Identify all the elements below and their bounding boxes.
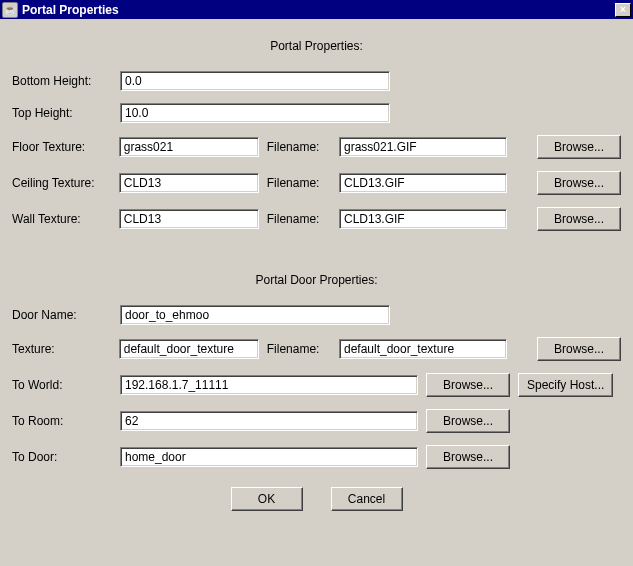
titlebar: ☕ Portal Properties × — [0, 0, 633, 19]
to-door-input[interactable] — [120, 447, 418, 467]
window-title: Portal Properties — [22, 3, 615, 17]
portal-door-properties-heading: Portal Door Properties: — [12, 273, 621, 287]
ceiling-texture-label: Ceiling Texture: — [12, 176, 111, 190]
browse-door-button[interactable]: Browse... — [426, 445, 510, 469]
wall-texture-label: Wall Texture: — [12, 212, 111, 226]
door-filename-label: Filename: — [267, 342, 331, 356]
to-world-input[interactable] — [120, 375, 418, 395]
door-name-input[interactable] — [120, 305, 390, 325]
door-texture-input[interactable] — [119, 339, 259, 359]
to-room-label: To Room: — [12, 414, 112, 428]
browse-ceiling-button[interactable]: Browse... — [537, 171, 621, 195]
browse-door-texture-button[interactable]: Browse... — [537, 337, 621, 361]
ceiling-texture-input[interactable] — [119, 173, 259, 193]
browse-room-button[interactable]: Browse... — [426, 409, 510, 433]
wall-texture-input[interactable] — [119, 209, 259, 229]
floor-texture-input[interactable] — [119, 137, 259, 157]
java-icon: ☕ — [2, 2, 18, 18]
top-height-input[interactable] — [120, 103, 390, 123]
wall-filename-input[interactable] — [339, 209, 507, 229]
to-world-label: To World: — [12, 378, 112, 392]
cancel-button[interactable]: Cancel — [331, 487, 403, 511]
ceiling-filename-input[interactable] — [339, 173, 507, 193]
to-room-input[interactable] — [120, 411, 418, 431]
bottom-height-label: Bottom Height: — [12, 74, 112, 88]
portal-properties-heading: Portal Properties: — [12, 39, 621, 53]
floor-filename-input[interactable] — [339, 137, 507, 157]
ceiling-filename-label: Filename: — [267, 176, 331, 190]
close-icon[interactable]: × — [615, 3, 631, 17]
floor-filename-label: Filename: — [267, 140, 331, 154]
browse-world-button[interactable]: Browse... — [426, 373, 510, 397]
door-filename-input[interactable] — [339, 339, 507, 359]
door-texture-label: Texture: — [12, 342, 111, 356]
browse-wall-button[interactable]: Browse... — [537, 207, 621, 231]
dialog-body: Portal Properties: Bottom Height: Top He… — [0, 19, 633, 519]
to-door-label: To Door: — [12, 450, 112, 464]
ok-button[interactable]: OK — [231, 487, 303, 511]
specify-host-button[interactable]: Specify Host... — [518, 373, 613, 397]
browse-floor-button[interactable]: Browse... — [537, 135, 621, 159]
floor-texture-label: Floor Texture: — [12, 140, 111, 154]
top-height-label: Top Height: — [12, 106, 112, 120]
bottom-height-input[interactable] — [120, 71, 390, 91]
door-name-label: Door Name: — [12, 308, 112, 322]
wall-filename-label: Filename: — [267, 212, 331, 226]
